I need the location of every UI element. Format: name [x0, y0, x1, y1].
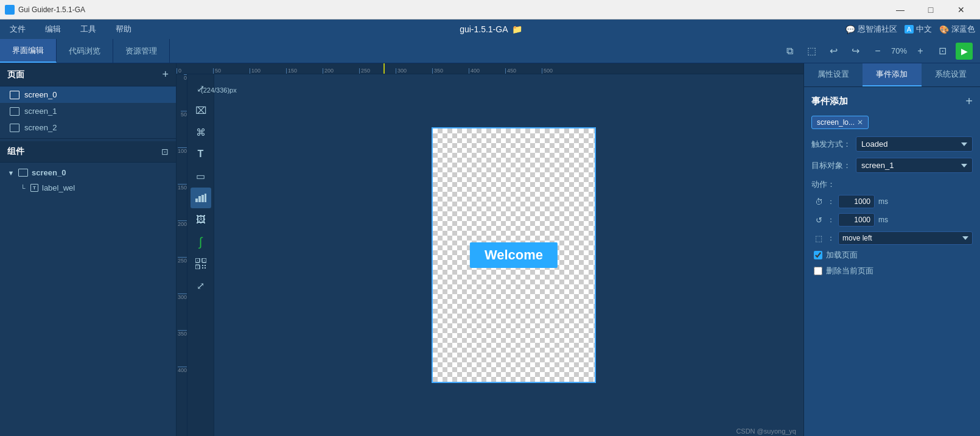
- ruler-tick-500: 500: [542, 68, 553, 74]
- copy-button[interactable]: ⧉: [782, 43, 799, 60]
- event-tag-remove[interactable]: ✕: [857, 118, 863, 127]
- language-label: 中文: [916, 24, 932, 35]
- tool-morph[interactable]: ⌘: [191, 122, 211, 142]
- target-select[interactable]: screen_1 screen_0 screen_2: [856, 158, 973, 173]
- ruler-tick-100: 100: [250, 68, 261, 74]
- menu-help[interactable]: 帮助: [111, 21, 136, 37]
- comp-item-label-wel[interactable]: └ T label_wel: [0, 180, 176, 195]
- tool-select[interactable]: ⤢: [191, 78, 211, 99]
- community-link[interactable]: 💬 恩智浦社区: [845, 24, 897, 35]
- ruler-vtick-0: 0: [184, 74, 187, 81]
- zoom-level: 70%: [891, 46, 907, 55]
- tool-expand[interactable]: ⤢: [191, 275, 211, 296]
- tool-widget[interactable]: ▭: [191, 166, 211, 186]
- load-page-label: 加载页面: [826, 250, 858, 261]
- svg-rect-0: [195, 199, 198, 202]
- page-item-screen0[interactable]: screen_0: [0, 86, 176, 103]
- expand-icon: ▼: [7, 169, 15, 177]
- delay-row: ⏱ ： ms: [811, 195, 973, 208]
- delay-input[interactable]: [838, 195, 875, 208]
- close-button[interactable]: ✕: [947, 0, 975, 19]
- redo-button[interactable]: ↪: [847, 43, 864, 60]
- delay-colon: ：: [827, 197, 835, 207]
- svg-rect-11: [205, 265, 206, 266]
- tool-qr[interactable]: [191, 253, 211, 274]
- page-icon-screen1: [10, 107, 19, 116]
- right-panel: 属性设置 事件添加 系统设置 事件添加 + screen_lo... ✕ 触发方…: [803, 63, 980, 436]
- trigger-select[interactable]: Loaded Clicked Focused Defocused Value C…: [856, 136, 973, 152]
- theme-selector[interactable]: 🎨 深蓝色: [939, 24, 975, 35]
- fit-button[interactable]: ⊡: [934, 43, 951, 60]
- anim-icon: ↺: [814, 216, 824, 225]
- window-controls: — □ ✕: [886, 0, 975, 19]
- language-selector[interactable]: A 中文: [905, 24, 932, 35]
- status-bar: CSDN @suyong_yq: [729, 426, 803, 436]
- welcome-label[interactable]: Welcome: [470, 242, 558, 268]
- folder-icon[interactable]: 📁: [512, 24, 522, 34]
- comp-item-screen0[interactable]: ▼ screen_0: [0, 165, 176, 180]
- tab-property-settings[interactable]: 属性设置: [804, 63, 863, 86]
- zoom-in-button[interactable]: +: [912, 43, 929, 60]
- theme-label: 深蓝色: [951, 24, 975, 35]
- tool-transform[interactable]: ⌧: [191, 100, 211, 121]
- tool-image[interactable]: 🖼: [191, 209, 211, 230]
- tool-text[interactable]: T: [191, 144, 211, 164]
- tool-curve[interactable]: ∫: [191, 231, 211, 252]
- menu-file[interactable]: 文件: [5, 21, 30, 37]
- pages-title: 页面: [7, 69, 24, 80]
- tab-code-browse[interactable]: 代码浏览: [57, 39, 113, 63]
- components-title: 组件: [7, 146, 24, 157]
- device-frame[interactable]: Welcome: [432, 127, 596, 383]
- ruler-left: 0 50 100 150 200 250 300 350 400: [177, 74, 187, 436]
- delete-page-checkbox[interactable]: [814, 267, 822, 275]
- export-icon[interactable]: ⊡: [161, 147, 169, 156]
- undo-button[interactable]: ↩: [825, 43, 842, 60]
- page-label-screen0: screen_0: [24, 90, 57, 99]
- event-panel-title: 事件添加: [811, 96, 848, 107]
- menubar: 文件 编辑 工具 帮助 gui-1.5.1-GA 📁 💬 恩智浦社区 A 中文 …: [0, 19, 980, 39]
- clock-icon: ⏱: [814, 197, 824, 206]
- top-right-actions: 💬 恩智浦社区 A 中文 🎨 深蓝色: [845, 24, 975, 35]
- comp-label-screen0: screen_0: [32, 168, 66, 177]
- tool-chart[interactable]: [191, 188, 211, 208]
- add-event-button[interactable]: +: [965, 94, 973, 108]
- target-row: 目标对象： screen_1 screen_0 screen_2: [811, 158, 973, 173]
- move-colon: ：: [827, 233, 835, 244]
- zoom-out-button[interactable]: −: [869, 43, 886, 60]
- svg-rect-13: [205, 267, 206, 269]
- delete-page-row: 删除当前页面: [811, 265, 973, 276]
- move-select[interactable]: move left move right move top move botto…: [838, 231, 973, 245]
- anim-input[interactable]: [838, 213, 875, 227]
- maximize-button[interactable]: □: [917, 0, 945, 19]
- ruler-indicator: [383, 63, 385, 74]
- ruler-vtick-50: 50: [181, 111, 187, 118]
- add-page-button[interactable]: +: [162, 68, 169, 81]
- svg-rect-3: [205, 194, 206, 202]
- minimize-button[interactable]: —: [886, 0, 914, 19]
- right-tabs: 属性设置 事件添加 系统设置: [804, 63, 980, 87]
- trigger-row: 触发方式： Loaded Clicked Focused Defocused V…: [811, 136, 973, 152]
- svg-rect-1: [198, 196, 201, 202]
- svg-rect-7: [204, 260, 205, 261]
- tab-ui-edit[interactable]: 界面编辑: [0, 39, 57, 63]
- ruler-tick-250: 250: [359, 68, 370, 74]
- canvas-area[interactable]: 0 50 100 150 200 250 300 350 400 450 500…: [177, 63, 803, 436]
- titlebar: Gui Guider-1.5.1-GA — □ ✕: [0, 0, 980, 19]
- menu-edit[interactable]: 编辑: [40, 21, 66, 37]
- leaf-icon: └: [19, 185, 27, 192]
- tab-event-add[interactable]: 事件添加: [863, 63, 921, 86]
- page-item-screen1[interactable]: screen_1: [0, 103, 176, 119]
- page-item-screen2[interactable]: screen_2: [0, 119, 176, 136]
- tab-system-settings[interactable]: 系统设置: [922, 63, 980, 86]
- left-panel: 页面 + screen_0 screen_1 screen_2 组件 ⊡: [0, 63, 177, 436]
- toolbar-actions: ⧉ ⬚ ↩ ↪ − 70% + ⊡ ▶: [170, 43, 980, 60]
- tab-resource-manage[interactable]: 资源管理: [113, 39, 170, 63]
- play-button[interactable]: ▶: [956, 43, 973, 60]
- app-title: Gui Guider-1.5.1-GA: [18, 5, 886, 14]
- trigger-label: 触发方式：: [811, 139, 851, 150]
- cut-button[interactable]: ⬚: [803, 43, 821, 60]
- svg-rect-12: [202, 267, 203, 269]
- menu-tools[interactable]: 工具: [75, 21, 101, 37]
- canvas-container[interactable]: (224/336)px Welcome: [187, 74, 803, 436]
- load-page-checkbox[interactable]: [814, 251, 822, 259]
